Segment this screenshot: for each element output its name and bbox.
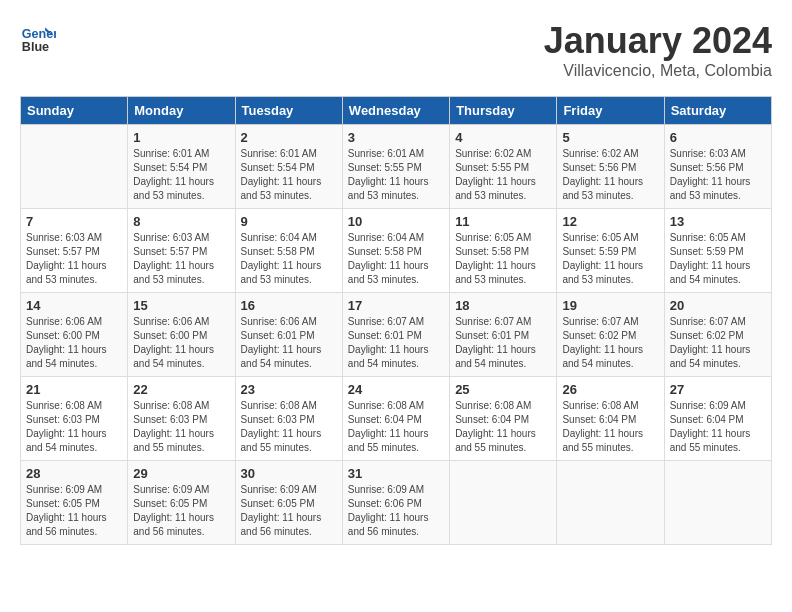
day-info: Sunrise: 6:07 AMSunset: 6:02 PMDaylight:…: [670, 315, 766, 371]
day-info: Sunrise: 6:09 AMSunset: 6:04 PMDaylight:…: [670, 399, 766, 455]
day-number: 17: [348, 298, 444, 313]
day-number: 23: [241, 382, 337, 397]
page-header: General Blue January 2024 Villavicencio,…: [20, 20, 772, 80]
column-header-tuesday: Tuesday: [235, 97, 342, 125]
calendar-cell: 4Sunrise: 6:02 AMSunset: 5:55 PMDaylight…: [450, 125, 557, 209]
calendar-cell: 23Sunrise: 6:08 AMSunset: 6:03 PMDayligh…: [235, 377, 342, 461]
day-number: 29: [133, 466, 229, 481]
day-info: Sunrise: 6:08 AMSunset: 6:03 PMDaylight:…: [241, 399, 337, 455]
column-header-friday: Friday: [557, 97, 664, 125]
calendar-cell: [21, 125, 128, 209]
day-info: Sunrise: 6:08 AMSunset: 6:03 PMDaylight:…: [133, 399, 229, 455]
calendar-cell: 30Sunrise: 6:09 AMSunset: 6:05 PMDayligh…: [235, 461, 342, 545]
calendar-week-row: 21Sunrise: 6:08 AMSunset: 6:03 PMDayligh…: [21, 377, 772, 461]
day-number: 26: [562, 382, 658, 397]
calendar-cell: 11Sunrise: 6:05 AMSunset: 5:58 PMDayligh…: [450, 209, 557, 293]
calendar-cell: 20Sunrise: 6:07 AMSunset: 6:02 PMDayligh…: [664, 293, 771, 377]
day-number: 27: [670, 382, 766, 397]
column-header-monday: Monday: [128, 97, 235, 125]
day-number: 16: [241, 298, 337, 313]
month-title: January 2024: [544, 20, 772, 62]
calendar-cell: 5Sunrise: 6:02 AMSunset: 5:56 PMDaylight…: [557, 125, 664, 209]
day-number: 14: [26, 298, 122, 313]
calendar-cell: 21Sunrise: 6:08 AMSunset: 6:03 PMDayligh…: [21, 377, 128, 461]
day-number: 4: [455, 130, 551, 145]
day-info: Sunrise: 6:09 AMSunset: 6:06 PMDaylight:…: [348, 483, 444, 539]
day-info: Sunrise: 6:05 AMSunset: 5:59 PMDaylight:…: [670, 231, 766, 287]
day-number: 1: [133, 130, 229, 145]
day-number: 22: [133, 382, 229, 397]
day-info: Sunrise: 6:03 AMSunset: 5:57 PMDaylight:…: [133, 231, 229, 287]
day-number: 15: [133, 298, 229, 313]
calendar-cell: 6Sunrise: 6:03 AMSunset: 5:56 PMDaylight…: [664, 125, 771, 209]
calendar-header-row: SundayMondayTuesdayWednesdayThursdayFrid…: [21, 97, 772, 125]
calendar-cell: [664, 461, 771, 545]
day-info: Sunrise: 6:07 AMSunset: 6:01 PMDaylight:…: [455, 315, 551, 371]
logo: General Blue: [20, 20, 56, 56]
calendar-cell: 27Sunrise: 6:09 AMSunset: 6:04 PMDayligh…: [664, 377, 771, 461]
day-number: 21: [26, 382, 122, 397]
calendar-cell: [557, 461, 664, 545]
location-subtitle: Villavicencio, Meta, Colombia: [544, 62, 772, 80]
day-number: 18: [455, 298, 551, 313]
calendar-week-row: 7Sunrise: 6:03 AMSunset: 5:57 PMDaylight…: [21, 209, 772, 293]
calendar-week-row: 28Sunrise: 6:09 AMSunset: 6:05 PMDayligh…: [21, 461, 772, 545]
calendar-cell: 12Sunrise: 6:05 AMSunset: 5:59 PMDayligh…: [557, 209, 664, 293]
calendar-cell: 22Sunrise: 6:08 AMSunset: 6:03 PMDayligh…: [128, 377, 235, 461]
day-info: Sunrise: 6:05 AMSunset: 5:58 PMDaylight:…: [455, 231, 551, 287]
calendar-cell: 25Sunrise: 6:08 AMSunset: 6:04 PMDayligh…: [450, 377, 557, 461]
day-number: 2: [241, 130, 337, 145]
calendar-cell: 2Sunrise: 6:01 AMSunset: 5:54 PMDaylight…: [235, 125, 342, 209]
calendar-cell: 19Sunrise: 6:07 AMSunset: 6:02 PMDayligh…: [557, 293, 664, 377]
day-info: Sunrise: 6:02 AMSunset: 5:55 PMDaylight:…: [455, 147, 551, 203]
day-info: Sunrise: 6:08 AMSunset: 6:04 PMDaylight:…: [455, 399, 551, 455]
day-number: 7: [26, 214, 122, 229]
day-info: Sunrise: 6:03 AMSunset: 5:57 PMDaylight:…: [26, 231, 122, 287]
day-number: 19: [562, 298, 658, 313]
day-info: Sunrise: 6:01 AMSunset: 5:54 PMDaylight:…: [133, 147, 229, 203]
day-info: Sunrise: 6:02 AMSunset: 5:56 PMDaylight:…: [562, 147, 658, 203]
day-info: Sunrise: 6:07 AMSunset: 6:01 PMDaylight:…: [348, 315, 444, 371]
calendar-cell: 13Sunrise: 6:05 AMSunset: 5:59 PMDayligh…: [664, 209, 771, 293]
calendar-cell: 17Sunrise: 6:07 AMSunset: 6:01 PMDayligh…: [342, 293, 449, 377]
calendar-cell: 16Sunrise: 6:06 AMSunset: 6:01 PMDayligh…: [235, 293, 342, 377]
day-info: Sunrise: 6:08 AMSunset: 6:03 PMDaylight:…: [26, 399, 122, 455]
day-number: 10: [348, 214, 444, 229]
column-header-saturday: Saturday: [664, 97, 771, 125]
day-number: 6: [670, 130, 766, 145]
day-number: 30: [241, 466, 337, 481]
calendar-cell: 14Sunrise: 6:06 AMSunset: 6:00 PMDayligh…: [21, 293, 128, 377]
title-block: January 2024 Villavicencio, Meta, Colomb…: [544, 20, 772, 80]
column-header-sunday: Sunday: [21, 97, 128, 125]
calendar-week-row: 1Sunrise: 6:01 AMSunset: 5:54 PMDaylight…: [21, 125, 772, 209]
day-number: 9: [241, 214, 337, 229]
day-number: 25: [455, 382, 551, 397]
calendar-cell: 3Sunrise: 6:01 AMSunset: 5:55 PMDaylight…: [342, 125, 449, 209]
day-info: Sunrise: 6:04 AMSunset: 5:58 PMDaylight:…: [348, 231, 444, 287]
day-number: 20: [670, 298, 766, 313]
calendar-cell: 28Sunrise: 6:09 AMSunset: 6:05 PMDayligh…: [21, 461, 128, 545]
day-info: Sunrise: 6:01 AMSunset: 5:54 PMDaylight:…: [241, 147, 337, 203]
calendar-table: SundayMondayTuesdayWednesdayThursdayFrid…: [20, 96, 772, 545]
day-number: 12: [562, 214, 658, 229]
calendar-cell: 24Sunrise: 6:08 AMSunset: 6:04 PMDayligh…: [342, 377, 449, 461]
day-number: 13: [670, 214, 766, 229]
calendar-cell: 9Sunrise: 6:04 AMSunset: 5:58 PMDaylight…: [235, 209, 342, 293]
calendar-cell: [450, 461, 557, 545]
day-number: 24: [348, 382, 444, 397]
calendar-week-row: 14Sunrise: 6:06 AMSunset: 6:00 PMDayligh…: [21, 293, 772, 377]
day-info: Sunrise: 6:01 AMSunset: 5:55 PMDaylight:…: [348, 147, 444, 203]
day-info: Sunrise: 6:07 AMSunset: 6:02 PMDaylight:…: [562, 315, 658, 371]
column-header-wednesday: Wednesday: [342, 97, 449, 125]
day-info: Sunrise: 6:09 AMSunset: 6:05 PMDaylight:…: [26, 483, 122, 539]
day-info: Sunrise: 6:09 AMSunset: 6:05 PMDaylight:…: [241, 483, 337, 539]
calendar-cell: 31Sunrise: 6:09 AMSunset: 6:06 PMDayligh…: [342, 461, 449, 545]
day-info: Sunrise: 6:04 AMSunset: 5:58 PMDaylight:…: [241, 231, 337, 287]
day-info: Sunrise: 6:06 AMSunset: 6:00 PMDaylight:…: [26, 315, 122, 371]
logo-icon: General Blue: [20, 20, 56, 56]
day-info: Sunrise: 6:06 AMSunset: 6:01 PMDaylight:…: [241, 315, 337, 371]
day-number: 5: [562, 130, 658, 145]
day-info: Sunrise: 6:08 AMSunset: 6:04 PMDaylight:…: [562, 399, 658, 455]
calendar-cell: 26Sunrise: 6:08 AMSunset: 6:04 PMDayligh…: [557, 377, 664, 461]
svg-text:Blue: Blue: [22, 40, 49, 54]
